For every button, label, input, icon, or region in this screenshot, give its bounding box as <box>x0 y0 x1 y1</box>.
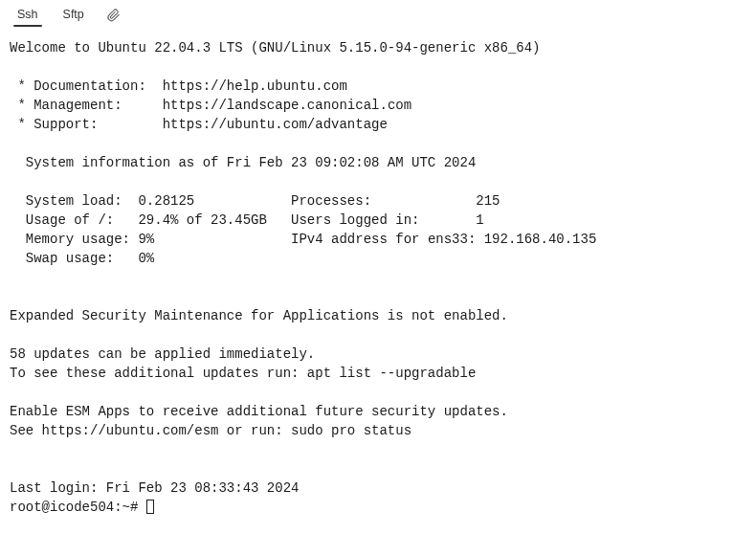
ipv4-label: IPv4 address for ens33: <box>291 232 484 247</box>
users-label: Users logged in: <box>291 212 476 228</box>
memory-usage-value: 9% <box>138 232 154 247</box>
esm-enable-line1: Enable ESM Apps to receive additional fu… <box>10 404 508 419</box>
disk-usage-label: Usage of /: <box>10 212 138 228</box>
swap-usage-label: Swap usage: <box>10 251 138 266</box>
swap-usage-value: 0% <box>138 251 154 266</box>
last-login: Last login: Fri Feb 23 08:33:43 2024 <box>10 480 299 496</box>
system-load-label: System load: <box>10 193 138 209</box>
updates-count: 58 updates can be applied immediately. <box>10 346 315 362</box>
processes-value: 215 <box>476 193 500 209</box>
support-link-label: * Support: <box>10 117 163 132</box>
welcome-banner: Welcome to Ubuntu 22.04.3 LTS (GNU/Linux… <box>10 40 541 56</box>
support-link-url: https://ubuntu.com/advantage <box>163 117 388 132</box>
mgmt-link-label: * Management: <box>10 98 163 113</box>
mgmt-link-url: https://landscape.canonical.com <box>163 98 411 113</box>
doc-link-label: * Documentation: <box>10 78 163 94</box>
disk-usage-value: 29.4% of 23.45GB <box>138 212 266 228</box>
esm-notice: Expanded Security Maintenance for Applic… <box>10 308 508 323</box>
tab-sftp[interactable]: Sftp <box>52 4 96 27</box>
esm-enable-line2: See https://ubuntu.com/esm or run: sudo … <box>10 423 411 438</box>
processes-label: Processes: <box>291 193 476 209</box>
cursor-icon <box>146 500 154 514</box>
tab-bar: Ssh Sftp <box>0 0 756 29</box>
memory-usage-label: Memory usage: <box>10 232 138 247</box>
sysinfo-header: System information as of Fri Feb 23 09:0… <box>10 155 476 170</box>
system-load-value: 0.28125 <box>138 193 194 209</box>
shell-prompt: root@icode504:~# <box>10 500 146 515</box>
users-value: 1 <box>476 212 483 228</box>
tab-ssh[interactable]: Ssh <box>6 4 50 27</box>
ipv4-value: 192.168.40.135 <box>484 232 597 247</box>
doc-link-url: https://help.ubuntu.com <box>163 78 347 94</box>
terminal-output[interactable]: Welcome to Ubuntu 22.04.3 LTS (GNU/Linux… <box>0 29 756 526</box>
updates-hint: To see these additional updates run: apt… <box>10 366 476 381</box>
attachment-icon[interactable] <box>98 5 130 26</box>
